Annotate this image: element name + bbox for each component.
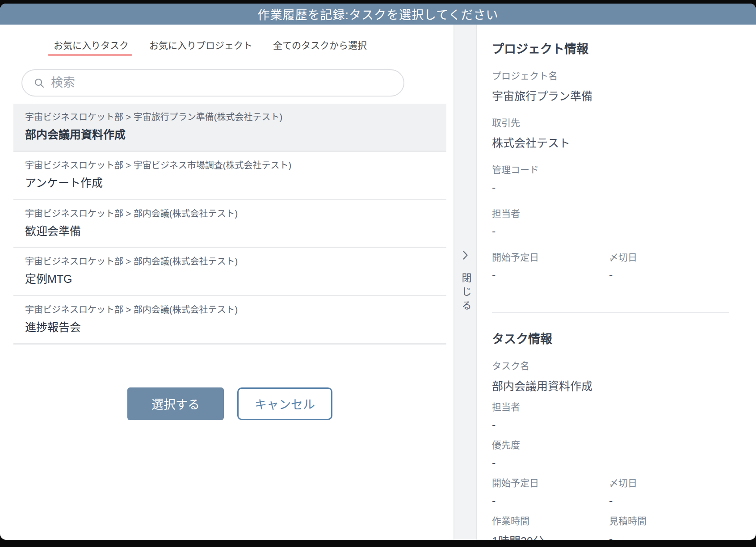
search-icon	[34, 78, 44, 88]
priority-field: 優先度 -	[492, 438, 729, 469]
chevron-right-icon	[462, 250, 468, 260]
task-breadcrumb: 宇宙ビジネスロケット部 > 宇宙ビジネス市場調査(株式会社テスト)	[25, 160, 437, 171]
task-list-item[interactable]: 宇宙ビジネスロケット部 > 宇宙ビジネス市場調査(株式会社テスト) アンケート作…	[13, 152, 446, 200]
task-list-item[interactable]: 宇宙ビジネスロケット部 > 宇宙旅行プラン準備(株式会社テスト) 部内会議用資料…	[13, 104, 446, 152]
task-list: 宇宙ビジネスロケット部 > 宇宙旅行プラン準備(株式会社テスト) 部内会議用資料…	[13, 104, 446, 345]
task-start-date-field: 開始予定日 -	[492, 475, 609, 507]
search-bar	[21, 69, 404, 97]
field-value: 株式会社テスト	[492, 134, 729, 150]
project-name-field: プロジェクト名 宇宙旅行プラン準備	[492, 68, 729, 103]
client-field: 取引先 株式会社テスト	[492, 115, 729, 150]
field-label: 管理コード	[492, 162, 729, 176]
project-info-section: プロジェクト情報 プロジェクト名 宇宙旅行プラン準備 取引先 株式会社テスト 管…	[492, 39, 729, 294]
field-label: 〆切日	[609, 475, 729, 489]
management-code-field: 管理コード -	[492, 162, 729, 194]
field-value: -	[492, 269, 609, 282]
tab-bar: お気に入りタスク お気に入りプロジェクト 全てのタスクから選択	[54, 38, 446, 56]
work-time-field: 作業時間 1時間30分	[492, 513, 609, 540]
task-deadline-field: 〆切日 -	[609, 475, 729, 507]
collapse-panel-toggle[interactable]: 閉じる	[454, 25, 477, 540]
collapse-label: 閉じる	[458, 273, 473, 314]
task-title: アンケート作成	[25, 177, 437, 189]
field-label: 優先度	[492, 438, 729, 451]
detail-panel: プロジェクト情報 プロジェクト名 宇宙旅行プラン準備 取引先 株式会社テスト 管…	[477, 25, 756, 540]
field-value: 宇宙旅行プラン準備	[492, 87, 729, 103]
task-title: 定例MTG	[25, 273, 437, 286]
task-dates-row: 開始予定日 - 〆切日 -	[492, 475, 729, 513]
field-label: 見積時間	[609, 513, 729, 527]
tab-all-tasks[interactable]: 全てのタスクから選択	[273, 38, 367, 56]
field-value: -	[609, 494, 729, 507]
dialog-title: 作業履歴を記録:タスクを選択してください	[258, 5, 499, 23]
project-assignee-field: 担当者 -	[492, 206, 729, 238]
task-breadcrumb: 宇宙ビジネスロケット部 > 部内会議(株式会社テスト)	[25, 257, 437, 267]
tab-favorite-projects[interactable]: お気に入りプロジェクト	[149, 38, 252, 56]
estimate-time-field: 見積時間 -	[609, 513, 729, 540]
search-input[interactable]	[50, 76, 394, 90]
field-label: プロジェクト名	[492, 68, 729, 82]
task-times-row: 作業時間 1時間30分 見積時間 -	[492, 513, 729, 540]
field-label: 担当者	[492, 400, 729, 413]
field-label: タスク名	[492, 358, 729, 372]
dialog-header: 作業履歴を記録:タスクを選択してください	[0, 4, 756, 25]
action-buttons: 選択する キャンセル	[13, 387, 446, 420]
task-title: 歓迎会準備	[25, 225, 437, 238]
screen: 作業履歴を記録:タスクを選択してください お気に入りタスク お気に入りプロジェク…	[0, 0, 756, 547]
field-label: 作業時間	[492, 513, 609, 527]
field-label: 開始予定日	[492, 250, 609, 263]
project-deadline-field: 〆切日 -	[609, 250, 729, 282]
project-start-date-field: 開始予定日 -	[492, 250, 609, 282]
field-value: -	[492, 418, 729, 431]
field-label: 開始予定日	[492, 475, 609, 489]
field-label: 担当者	[492, 206, 729, 219]
field-value: -	[609, 532, 729, 540]
cancel-button[interactable]: キャンセル	[237, 387, 332, 420]
tab-favorite-tasks[interactable]: お気に入りタスク	[54, 38, 129, 56]
task-info-heading: タスク情報	[492, 329, 729, 347]
field-value: 部内会議用資料作成	[492, 377, 729, 393]
task-info-section: タスク情報 タスク名 部内会議用資料作成 担当者 - 優先度 -	[492, 329, 729, 540]
task-breadcrumb: 宇宙ビジネスロケット部 > 部内会議(株式会社テスト)	[25, 305, 437, 315]
task-title: 進捗報告会	[25, 321, 437, 334]
field-value: 1時間30分	[492, 532, 609, 540]
task-select-panel: お気に入りタスク お気に入りプロジェクト 全てのタスクから選択 宇宙ビジネスロケ…	[0, 25, 454, 540]
field-value: -	[492, 494, 609, 507]
field-value: -	[492, 225, 729, 238]
task-list-item[interactable]: 宇宙ビジネスロケット部 > 部内会議(株式会社テスト) 進捗報告会	[13, 296, 446, 345]
task-breadcrumb: 宇宙ビジネスロケット部 > 部内会議(株式会社テスト)	[25, 209, 437, 219]
field-label: 取引先	[492, 115, 729, 129]
select-button[interactable]: 選択する	[127, 387, 224, 420]
project-dates-row: 開始予定日 - 〆切日 -	[492, 250, 729, 294]
task-breadcrumb: 宇宙ビジネスロケット部 > 宇宙旅行プラン準備(株式会社テスト)	[25, 112, 437, 122]
task-select-dialog: 作業履歴を記録:タスクを選択してください お気に入りタスク お気に入りプロジェク…	[0, 4, 756, 540]
task-title: 部内会議用資料作成	[25, 128, 437, 141]
task-list-item[interactable]: 宇宙ビジネスロケット部 > 部内会議(株式会社テスト) 歓迎会準備	[13, 200, 446, 248]
task-name-field: タスク名 部内会議用資料作成	[492, 358, 729, 393]
dialog-body: お気に入りタスク お気に入りプロジェクト 全てのタスクから選択 宇宙ビジネスロケ…	[0, 25, 756, 540]
section-divider	[492, 312, 729, 313]
task-list-item[interactable]: 宇宙ビジネスロケット部 > 部内会議(株式会社テスト) 定例MTG	[13, 248, 446, 296]
project-info-heading: プロジェクト情報	[492, 39, 729, 57]
field-label: 〆切日	[609, 250, 729, 263]
task-assignee-field: 担当者 -	[492, 400, 729, 431]
field-value: -	[609, 269, 729, 282]
field-value: -	[492, 181, 729, 194]
field-value: -	[492, 456, 729, 469]
